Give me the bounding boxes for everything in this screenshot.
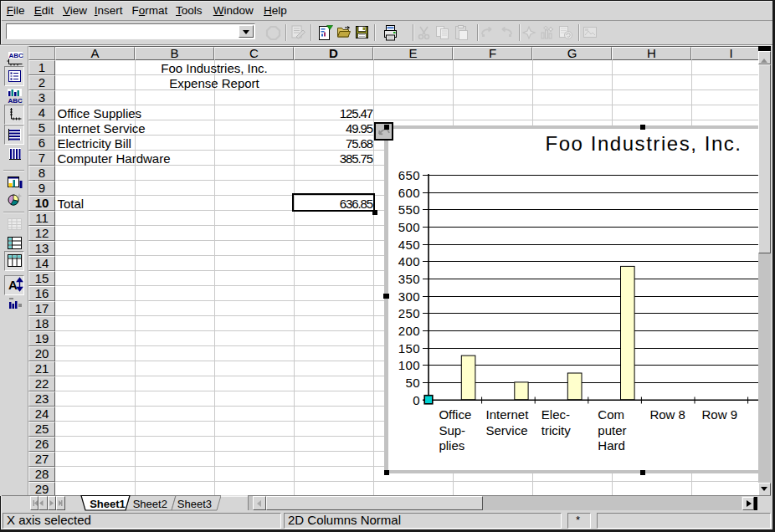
svg-text:250: 250 (398, 306, 419, 320)
svg-text:150: 150 (398, 341, 419, 356)
svg-text:Service: Service (485, 423, 527, 437)
svg-text:400: 400 (398, 254, 419, 269)
svg-text:Sheet3: Sheet3 (177, 498, 212, 510)
svg-text:50: 50 (405, 376, 420, 390)
svg-text:0: 0 (413, 393, 420, 407)
svg-text:Internet: Internet (485, 407, 529, 422)
svg-text:Com: Com (598, 407, 624, 422)
svg-text:ABC: ABC (8, 52, 23, 59)
svg-text:Hard: Hard (598, 438, 625, 453)
svg-text:100: 100 (398, 358, 419, 372)
svg-text:A: A (8, 278, 18, 292)
svg-text:600: 600 (398, 186, 419, 200)
svg-text:plies: plies (439, 438, 464, 453)
svg-text:350: 350 (398, 272, 419, 286)
svg-text:Sheet2: Sheet2 (133, 498, 167, 510)
svg-text:Office: Office (439, 407, 471, 422)
svg-text:Elec-: Elec- (541, 407, 569, 422)
svg-text:550: 550 (398, 202, 419, 217)
svg-text:Sup-: Sup- (439, 423, 465, 437)
svg-text:puter: puter (598, 423, 626, 437)
svg-text:450: 450 (398, 238, 419, 252)
svg-text:Row 8: Row 8 (649, 407, 685, 422)
svg-text:500: 500 (398, 220, 419, 234)
svg-text:Row 9: Row 9 (701, 407, 737, 422)
svg-text:650: 650 (398, 168, 419, 182)
svg-text:ABC: ABC (8, 97, 23, 105)
svg-text:tricity: tricity (541, 423, 570, 437)
svg-text:200: 200 (398, 324, 419, 338)
svg-text:300: 300 (398, 289, 419, 304)
svg-text:Sheet1: Sheet1 (90, 498, 126, 510)
